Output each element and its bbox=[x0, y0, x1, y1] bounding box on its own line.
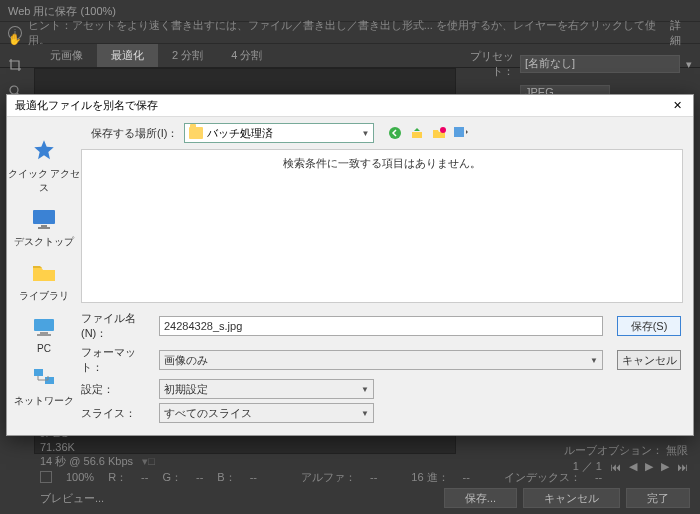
filename-input[interactable] bbox=[159, 316, 603, 336]
back-icon[interactable] bbox=[386, 124, 404, 142]
preset-label: プリセット： bbox=[462, 49, 514, 79]
tab-original[interactable]: 元画像 bbox=[36, 44, 97, 67]
sidebar-item-pc[interactable]: PC bbox=[7, 313, 81, 354]
location-label: 保存する場所(I)： bbox=[91, 126, 178, 141]
star-icon bbox=[30, 137, 58, 165]
save-dialog: 最適化ファイルを別名で保存 ✕ クイック アクセス デスクトップ ライブラリ P… bbox=[6, 94, 694, 436]
empty-message: 検索条件に一致する項目はありません。 bbox=[283, 156, 481, 171]
slice-select[interactable]: すべてのスライス▼ bbox=[159, 403, 374, 423]
close-icon[interactable]: ✕ bbox=[669, 98, 685, 114]
done-button[interactable]: 完了 bbox=[626, 488, 690, 508]
svg-rect-12 bbox=[454, 127, 464, 137]
zoom-display[interactable]: 100% bbox=[66, 471, 94, 483]
svg-point-10 bbox=[389, 127, 401, 139]
save-button[interactable]: 保存(S) bbox=[617, 316, 681, 336]
menu-icon[interactable]: ▾ bbox=[686, 58, 692, 71]
svg-point-11 bbox=[440, 127, 446, 133]
save-button-main[interactable]: 保存... bbox=[444, 488, 517, 508]
format-label: フォーマット： bbox=[81, 345, 151, 375]
folder-icon bbox=[189, 127, 203, 139]
pc-icon bbox=[30, 313, 58, 341]
dialog-title: 最適化ファイルを別名で保存 bbox=[15, 98, 158, 113]
preset-select[interactable]: [名前なし] bbox=[520, 55, 680, 73]
status-strip: 100% R：-- G：-- B：-- アルファ：-- 16 進：-- インデッ… bbox=[34, 468, 692, 486]
preview-link[interactable]: ブレビュー... bbox=[40, 491, 104, 506]
slice-label: スライス： bbox=[81, 406, 151, 421]
sidebar-item-network[interactable]: ネットワーク bbox=[7, 364, 81, 408]
checkbox-icon[interactable] bbox=[40, 471, 52, 483]
hint-text: ヒント：アセットをより速く書き出すには、ファイル／書き出し／書き出し形式... … bbox=[28, 18, 665, 48]
tab-2up[interactable]: 2 分割 bbox=[158, 44, 217, 67]
svg-rect-6 bbox=[40, 332, 48, 334]
sidebar-item-libraries[interactable]: ライブラリ bbox=[7, 259, 81, 303]
location-select[interactable]: バッチ処理済 ▼ bbox=[184, 123, 374, 143]
format-select-dlg[interactable]: 画像のみ▼ bbox=[159, 350, 603, 370]
svg-rect-2 bbox=[33, 210, 55, 224]
svg-rect-5 bbox=[34, 319, 54, 331]
tab-4up[interactable]: 4 分割 bbox=[217, 44, 276, 67]
sidebar-item-quickaccess[interactable]: クイック アクセス bbox=[7, 137, 81, 195]
tab-optimized[interactable]: 最適化 bbox=[97, 44, 158, 67]
network-icon bbox=[30, 364, 58, 392]
sidebar-item-desktop[interactable]: デスクトップ bbox=[7, 205, 81, 249]
svg-rect-7 bbox=[37, 334, 51, 336]
file-list[interactable]: 検索条件に一致する項目はありません。 bbox=[81, 149, 683, 303]
svg-point-0 bbox=[10, 86, 18, 94]
desktop-icon bbox=[30, 205, 58, 233]
svg-rect-4 bbox=[38, 227, 50, 229]
up-icon[interactable] bbox=[408, 124, 426, 142]
svg-rect-3 bbox=[41, 225, 47, 227]
view-menu-icon[interactable] bbox=[452, 124, 470, 142]
loop-options: ルーブオブション： 無限 bbox=[564, 443, 688, 458]
new-folder-icon[interactable] bbox=[430, 124, 448, 142]
cancel-button-main[interactable]: キャンセル bbox=[523, 488, 620, 508]
places-sidebar: クイック アクセス デスクトップ ライブラリ PC ネットワーク bbox=[7, 117, 81, 435]
filename-label: ファイル名(N)： bbox=[81, 311, 151, 341]
svg-rect-8 bbox=[34, 369, 43, 376]
crop-tool-icon[interactable] bbox=[4, 54, 26, 76]
detail-link[interactable]: 詳細 bbox=[670, 18, 692, 48]
cancel-button[interactable]: キャンセル bbox=[617, 350, 681, 370]
hand-tool-icon[interactable]: ✋ bbox=[4, 28, 26, 50]
settings-label: 設定： bbox=[81, 382, 151, 397]
settings-select[interactable]: 初期設定▼ bbox=[159, 379, 374, 399]
folder-icon bbox=[30, 259, 58, 287]
